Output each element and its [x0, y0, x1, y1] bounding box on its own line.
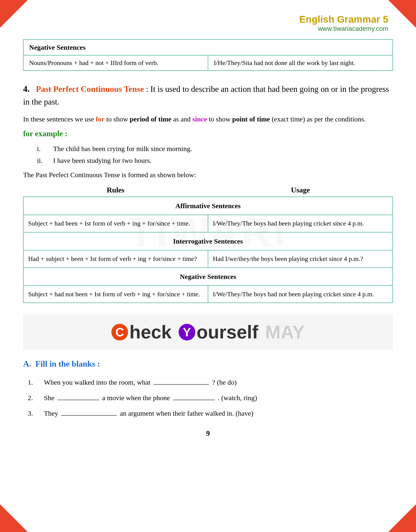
- q1-num: 1.: [28, 376, 39, 389]
- affirmative-rule: Subject + had been + Ist form of verb + …: [23, 215, 208, 232]
- roman-ii: ii.: [37, 155, 48, 166]
- desc2-period: period of time: [130, 115, 171, 123]
- website-url: www.tiwariacademy.com: [23, 25, 388, 32]
- col-usage-header: Usage: [208, 184, 393, 197]
- negative-usage: I/We/They/The boys had not been playing …: [208, 286, 393, 303]
- section-a-title: Fill in the blanks :: [35, 359, 100, 368]
- check-yourself-title: Check Yourself MAY: [111, 321, 305, 343]
- ourself-text: ourself: [197, 321, 258, 343]
- q2-blank-2[interactable]: [173, 393, 215, 400]
- section-title: Past Perfect Continuous Tense: [36, 84, 144, 94]
- fill-blanks-list: 1. When you walked into the room, what ?…: [23, 376, 393, 420]
- desc2-end: to show: [207, 115, 232, 123]
- examples-list: i. The child has been crying for milk si…: [23, 143, 393, 166]
- heck-text: heck: [129, 321, 171, 343]
- corner-decoration-bl: [0, 504, 28, 532]
- negative-content-row: Subject + had not been + Ist form of ver…: [23, 286, 393, 303]
- desc2-mid2: as and: [171, 115, 192, 123]
- q3-text-1: They: [44, 409, 58, 417]
- neg-table-usage: I/He/They/Sita had not done all the work…: [208, 55, 393, 70]
- neg-table-rule: Nouns/Pronouns + had + not + IIIrd form …: [23, 55, 208, 70]
- question-2: 2. She a movie when the phone . (watch, …: [28, 391, 393, 404]
- rules-intro: The Past Perfect Continuous Tense is for…: [23, 171, 393, 179]
- example-item-1: i. The child has been crying for milk si…: [37, 143, 393, 155]
- section-4-desc2: In these sentences we use for to show pe…: [23, 114, 393, 125]
- q1-text-2: ? (he do): [212, 378, 237, 386]
- interrogative-title: Interrogative Sentences: [23, 232, 393, 250]
- desc2-prefix: In these sentences we use: [23, 115, 96, 123]
- negative-sentences-table: Negative Sentences Nouns/Pronouns + had …: [23, 39, 393, 71]
- q3-num: 3.: [28, 407, 39, 420]
- desc2-suffix: (exact time) as per the conditions.: [270, 115, 366, 123]
- interrogative-usage: Had I/we/they/the boys been playing cric…: [208, 250, 393, 268]
- question-3: 3. They an argument when their father wa…: [28, 407, 393, 420]
- question-1: 1. When you walked into the room, what ?…: [28, 376, 393, 389]
- section-number: 4.: [23, 84, 30, 94]
- may-text: MAY: [265, 321, 305, 343]
- desc2-mid: to show: [104, 115, 130, 123]
- section-4-heading: 4. Past Perfect Continuous Tense : It is…: [23, 82, 393, 108]
- q2-blank-1[interactable]: [57, 393, 99, 400]
- neg-table-header: Negative Sentences: [23, 39, 393, 55]
- q2-text-1: She: [44, 394, 54, 402]
- q1-text-1: When you walked into the room, what: [44, 378, 151, 386]
- for-example-label: for example :: [23, 129, 393, 138]
- example-text-2: I have been studying for two hours.: [53, 155, 151, 166]
- affirmative-title: Affirmative Sentences: [23, 197, 393, 215]
- y-badge: Y: [179, 324, 195, 340]
- section-4: 4. Past Perfect Continuous Tense : It is…: [23, 82, 393, 303]
- interrogative-title-row: Interrogative Sentences: [23, 232, 393, 250]
- page-number: 9: [23, 429, 393, 438]
- header: English Grammar 5 www.tiwariacademy.com: [23, 14, 393, 32]
- q2-content: She a movie when the phone . (watch, rin…: [44, 391, 257, 404]
- desc2-for: for: [96, 115, 104, 123]
- q3-blank-1[interactable]: [61, 409, 117, 416]
- grammar-table: Affirmative Sentences Subject + had been…: [23, 197, 393, 303]
- corner-decoration-br: [388, 504, 416, 532]
- c-badge: C: [111, 324, 128, 340]
- book-title: English Grammar 5: [23, 14, 388, 25]
- q1-content: When you walked into the room, what ? (h…: [44, 376, 237, 389]
- affirmative-usage: I/We/They/The boys had been playing cric…: [208, 215, 393, 232]
- negative-title-row: Negative Sentences: [23, 268, 393, 286]
- q2-text-3: . (watch, ring): [218, 394, 257, 402]
- section-a-heading: A. Fill in the blanks :: [23, 359, 393, 369]
- desc2-since: since: [192, 115, 207, 123]
- desc2-point: point of time: [232, 115, 270, 123]
- affirmative-content-row: Subject + had been + Ist form of verb + …: [23, 215, 393, 232]
- example-item-2: ii. I have been studying for two hours.: [37, 155, 393, 166]
- check-yourself-section: Check Yourself MAY: [23, 315, 393, 350]
- roman-i: i.: [37, 143, 48, 155]
- col-rules-header: Rules: [23, 184, 208, 197]
- q2-num: 2.: [28, 391, 39, 404]
- interrogative-rule: Had + subject + been + Ist form of verb …: [23, 250, 208, 268]
- section-a-label: A.: [23, 359, 31, 368]
- affirmative-title-row: Affirmative Sentences: [23, 197, 393, 215]
- negative-title: Negative Sentences: [23, 268, 393, 286]
- negative-rule: Subject + had not been + Ist form of ver…: [23, 286, 208, 303]
- rules-usage-header: Rules Usage: [23, 184, 393, 197]
- interrogative-content-row: Had + subject + been + Ist form of verb …: [23, 250, 393, 268]
- q3-content: They an argument when their father walke…: [44, 407, 253, 420]
- q1-blank-1[interactable]: [153, 378, 209, 385]
- example-text-1: The child has been crying for milk since…: [53, 143, 192, 155]
- q3-text-2: an argument when their father walked in.…: [120, 409, 254, 417]
- section-a: A. Fill in the blanks : 1. When you walk…: [23, 359, 393, 420]
- q2-text-2: a movie when the phone: [102, 394, 170, 402]
